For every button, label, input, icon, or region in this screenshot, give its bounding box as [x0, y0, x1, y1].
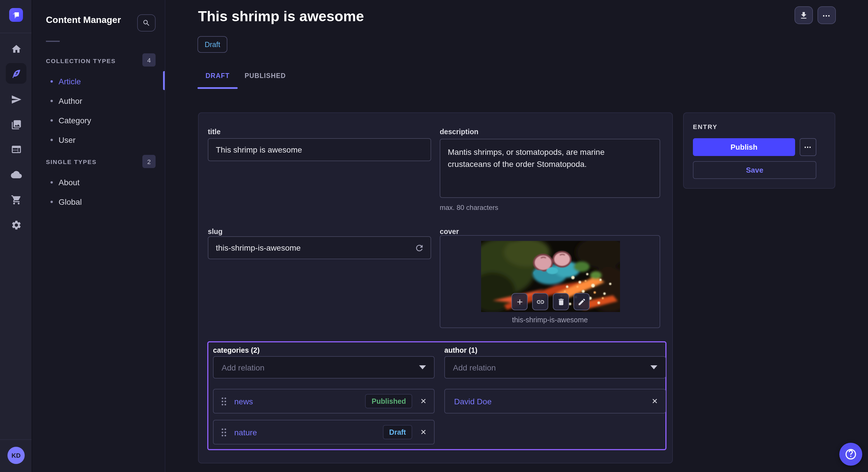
content-manager-sidebar: Content Manager COLLECTION TYPES 4 Artic…	[32, 0, 165, 472]
remove-relation-icon[interactable]: ✕	[420, 398, 427, 405]
relation-item-nature[interactable]: nature Draft ✕	[213, 420, 435, 444]
copy-link-button[interactable]	[532, 293, 548, 310]
bullet-icon	[51, 139, 53, 141]
export-download-button[interactable]	[795, 6, 813, 24]
relation-item-david-doe[interactable]: David Doe ✕	[444, 389, 666, 413]
slug-input[interactable]: this-shrimp-is-awesome	[208, 236, 431, 259]
plus-icon	[515, 297, 524, 306]
sidebar-item-label: Category	[59, 116, 91, 125]
bullet-icon	[51, 80, 53, 82]
select-placeholder: Add relation	[453, 363, 496, 372]
bullet-icon	[51, 181, 53, 183]
sidebar-item-user[interactable]: User	[51, 135, 75, 144]
question-mark-icon	[844, 448, 857, 461]
edit-media-button[interactable]	[574, 293, 590, 310]
header-more-button[interactable]: ⋯	[817, 6, 836, 24]
categories-add-relation-select[interactable]: Add relation	[213, 356, 435, 378]
select-placeholder: Add relation	[222, 363, 265, 372]
edit-form-panel: title This shrimp is awesome description…	[198, 112, 673, 463]
sidebar-item-about[interactable]: About	[51, 178, 80, 187]
description-textarea[interactable]: Mantis shrimps, or stomatopods, are mari…	[440, 139, 660, 198]
entry-panel: ENTRY Publish ⋯ Save	[683, 112, 835, 189]
description-field-label: description	[440, 128, 478, 136]
search-icon	[143, 19, 150, 27]
slug-field-label: slug	[208, 228, 222, 236]
sidebar-item-label: Article	[59, 77, 81, 86]
sidebar-divider	[46, 41, 60, 42]
entry-more-button[interactable]: ⋯	[800, 138, 816, 156]
home-icon[interactable]	[10, 43, 22, 55]
regenerate-slug-icon[interactable]	[414, 243, 424, 253]
collection-types-heading: COLLECTION TYPES	[46, 57, 116, 64]
relation-link[interactable]: news	[234, 397, 253, 406]
ellipsis-icon: ⋯	[804, 143, 812, 151]
author-field-label: author (1)	[444, 346, 477, 355]
remove-relation-icon[interactable]: ✕	[652, 398, 658, 405]
bullet-icon	[51, 100, 53, 102]
settings-gear-icon[interactable]	[10, 219, 22, 231]
pencil-icon	[577, 297, 586, 306]
media-library-icon[interactable]	[10, 119, 22, 130]
relation-status-badge: Draft	[383, 425, 412, 439]
chevron-down-icon	[650, 365, 657, 369]
slug-value: this-shrimp-is-awesome	[216, 243, 301, 252]
title-input[interactable]: This shrimp is awesome	[208, 138, 431, 161]
drag-handle-icon[interactable]	[221, 428, 227, 437]
strapi-logo-glyph	[11, 10, 21, 20]
save-button[interactable]: Save	[693, 161, 816, 179]
cover-field: this-shrimp-is-awesome	[440, 235, 660, 328]
relations-highlighted-region: categories (2) Add relation news Publish…	[207, 341, 666, 450]
releases-paper-plane-icon[interactable]	[10, 94, 22, 105]
tab-published[interactable]: PUBLISHED	[238, 69, 293, 82]
help-button[interactable]	[839, 443, 862, 466]
add-media-button[interactable]	[512, 293, 528, 310]
tab-active-underline	[197, 87, 238, 89]
description-hint: max. 80 characters	[440, 204, 498, 212]
drag-handle-icon[interactable]	[221, 397, 227, 406]
cloud-icon[interactable]	[10, 169, 22, 180]
rail-divider	[0, 33, 32, 33]
sidebar-item-category[interactable]: Category	[51, 116, 91, 125]
left-rail: KD	[0, 0, 32, 472]
rail-bottom-divider	[0, 439, 32, 440]
cover-field-label: cover	[440, 228, 459, 236]
title-field-label: title	[208, 128, 220, 136]
ellipsis-icon: ⋯	[823, 11, 831, 20]
remove-relation-icon[interactable]: ✕	[420, 429, 427, 436]
sidebar-item-global[interactable]: Global	[51, 197, 82, 206]
sidebar-item-label: Author	[59, 96, 82, 105]
bullet-icon	[51, 119, 53, 122]
author-add-relation-select[interactable]: Add relation	[444, 356, 666, 378]
status-badge: Draft	[197, 36, 227, 53]
sidebar-item-label: About	[59, 178, 80, 187]
page-title: This shrimp is awesome	[198, 8, 364, 25]
chevron-down-icon	[419, 365, 426, 369]
relation-status-badge: Published	[365, 394, 412, 408]
sidebar-title: Content Manager	[46, 15, 121, 25]
categories-field-label: categories (2)	[213, 346, 260, 355]
single-types-heading: SINGLE TYPES	[46, 158, 97, 165]
bullet-icon	[51, 201, 53, 203]
download-icon	[799, 11, 808, 20]
single-types-count-badge: 2	[143, 155, 156, 168]
cover-filename: this-shrimp-is-awesome	[440, 316, 660, 324]
sidebar-item-article[interactable]: Article	[51, 77, 81, 86]
strapi-logo[interactable]	[9, 8, 23, 22]
relation-link[interactable]: David Doe	[454, 397, 492, 406]
active-item-indicator	[163, 71, 165, 90]
purchases-cart-icon[interactable]	[10, 194, 22, 205]
relation-link[interactable]: nature	[234, 428, 257, 437]
user-avatar[interactable]: KD	[7, 447, 25, 464]
search-button[interactable]	[137, 14, 156, 32]
trash-icon	[557, 297, 565, 306]
sidebar-item-author[interactable]: Author	[51, 96, 82, 105]
entry-panel-title: ENTRY	[693, 123, 718, 130]
sidebar-item-label: User	[59, 135, 75, 144]
sidebar-item-label: Global	[59, 197, 82, 206]
delete-media-button[interactable]	[553, 293, 569, 310]
tab-draft[interactable]: DRAFT	[197, 69, 238, 82]
publish-button[interactable]: Publish	[693, 138, 795, 156]
relation-item-news[interactable]: news Published ✕	[213, 389, 435, 413]
marketplace-layout-icon[interactable]	[10, 143, 22, 155]
content-manager-feather-icon[interactable]	[10, 68, 22, 79]
